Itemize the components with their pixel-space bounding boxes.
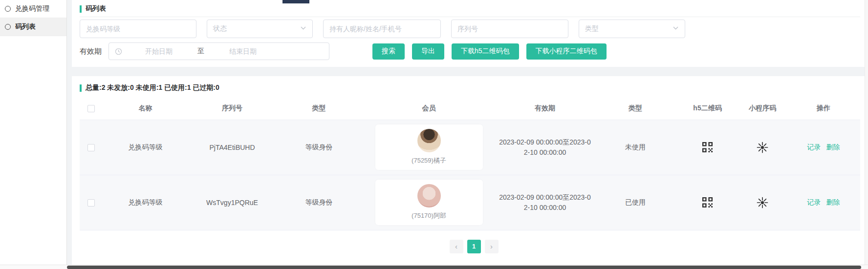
pagination: ‹ 1 › bbox=[80, 240, 868, 253]
cell-serial: PjTA4EtiBUHD bbox=[188, 120, 276, 175]
panel-title-row: 码列表 bbox=[80, 4, 860, 17]
title-accent-bar bbox=[80, 5, 82, 13]
sidebar-item-exchange-code-management[interactable]: 兑换码管理 bbox=[0, 0, 66, 18]
type-select[interactable]: 类型 bbox=[579, 20, 685, 38]
cell-serial: WsTvgy1PQRuE bbox=[188, 175, 276, 230]
delete-link[interactable]: 删除 bbox=[826, 143, 840, 151]
type-select-placeholder: 类型 bbox=[585, 24, 599, 33]
cell-type: 等级身份 bbox=[276, 175, 362, 230]
select-all-checkbox[interactable] bbox=[87, 105, 95, 112]
code-level-input[interactable] bbox=[86, 25, 190, 33]
avatar bbox=[417, 184, 441, 207]
table-panel: 总量:2 未发放:0 未使用:1 已使用:1 已过期:0 名称 序列号 类型 会… bbox=[72, 76, 868, 265]
circle-radio-icon bbox=[5, 24, 11, 30]
table-row: 兑换码等级 PjTA4EtiBUHD 等级身份 (75259)橘子 2023-0… bbox=[80, 120, 860, 175]
summary-row: 总量:2 未发放:0 未使用:1 已使用:1 已过期:0 bbox=[80, 83, 868, 92]
search-button[interactable]: 搜索 bbox=[372, 43, 405, 60]
member-card: (75170)阿部 bbox=[375, 180, 483, 225]
panel-gap bbox=[72, 67, 868, 76]
filter-panel: 码列表 状态 类型 bbox=[72, 0, 868, 67]
serial-input[interactable] bbox=[457, 25, 562, 33]
col-header-type: 类型 bbox=[276, 97, 362, 120]
code-level-field bbox=[80, 20, 196, 38]
col-header-member: 会员 bbox=[362, 97, 496, 120]
cell-status: 已使用 bbox=[594, 175, 677, 230]
status-select-placeholder: 状态 bbox=[213, 24, 227, 33]
holder-input[interactable] bbox=[329, 25, 434, 33]
date-range-separator: 至 bbox=[195, 47, 206, 56]
cell-name: 兑换码等级 bbox=[103, 175, 188, 230]
date-range-picker[interactable]: 至 bbox=[108, 42, 329, 60]
vertical-scrollbar-track[interactable] bbox=[865, 0, 868, 265]
col-header-status: 类型 bbox=[594, 97, 677, 120]
record-link[interactable]: 记录 bbox=[807, 143, 821, 151]
app-window: 兑换码管理 码列表 码列表 状态 bbox=[0, 0, 868, 265]
filter-row-2: 有效期 至 搜索 导出 下载h5二维码包 下载小程序二维码包 bbox=[80, 42, 860, 60]
filter-row-1: 状态 类型 bbox=[80, 20, 860, 38]
cell-validity: 2023-02-09 00:00:00至2023-02-10 00:00:00 bbox=[499, 192, 591, 213]
avatar bbox=[417, 129, 441, 152]
summary-accent-bar bbox=[80, 84, 82, 92]
qrcode-icon[interactable] bbox=[702, 198, 713, 206]
col-header-validity: 有效期 bbox=[496, 97, 594, 120]
member-card: (75259)橘子 bbox=[375, 124, 483, 170]
row-checkbox[interactable] bbox=[87, 199, 95, 207]
circle-radio-icon bbox=[5, 6, 11, 12]
download-h5-qrcode-button[interactable]: 下载h5二维码包 bbox=[452, 43, 519, 60]
start-date-input[interactable] bbox=[122, 47, 195, 55]
table-row: 兑换码等级 WsTvgy1PQRuE 等级身份 (75170)阿部 2023-0… bbox=[80, 175, 860, 230]
qrcode-icon[interactable] bbox=[702, 143, 713, 150]
pagination-prev-button[interactable]: ‹ bbox=[450, 240, 463, 253]
cell-status: 未使用 bbox=[594, 120, 677, 175]
pagination-page-1[interactable]: 1 bbox=[467, 240, 481, 253]
member-name: (75170)阿部 bbox=[375, 211, 483, 220]
sidebar-item-label: 码列表 bbox=[15, 22, 36, 31]
col-header-name: 名称 bbox=[103, 97, 188, 120]
cell-validity: 2023-02-09 00:00:00至2023-02-10 00:00:00 bbox=[499, 137, 591, 158]
serial-field bbox=[451, 20, 568, 38]
end-date-input[interactable] bbox=[206, 47, 280, 55]
status-select[interactable]: 状态 bbox=[207, 20, 313, 38]
col-header-actions: 操作 bbox=[787, 97, 860, 120]
top-dark-fragment bbox=[282, 0, 309, 3]
mini-program-circular-code-icon[interactable] bbox=[757, 143, 768, 150]
sidebar: 兑换码管理 码列表 bbox=[0, 0, 67, 265]
action-button-group: 搜索 导出 下载h5二维码包 下载小程序二维码包 bbox=[372, 43, 607, 60]
horizontal-scrollbar-track[interactable] bbox=[0, 265, 868, 269]
sidebar-item-label: 兑换码管理 bbox=[15, 4, 49, 13]
delete-link[interactable]: 删除 bbox=[826, 198, 840, 206]
cell-type: 等级身份 bbox=[276, 120, 362, 175]
col-header-miniprogram-code: 小程序码 bbox=[738, 97, 787, 120]
summary-stats: 总量:2 未发放:0 未使用:1 已使用:1 已过期:0 bbox=[86, 83, 219, 92]
chevron-down-icon bbox=[300, 25, 306, 33]
mini-program-circular-code-icon[interactable] bbox=[757, 198, 768, 206]
main-content: 码列表 状态 类型 bbox=[67, 0, 868, 265]
row-checkbox[interactable] bbox=[87, 144, 95, 151]
codes-table: 名称 序列号 类型 会员 有效期 类型 h5二维码 小程序码 操作 兑换码等级 bbox=[80, 97, 860, 230]
holder-field bbox=[323, 20, 441, 38]
sidebar-item-code-list[interactable]: 码列表 bbox=[0, 18, 66, 36]
horizontal-scrollbar-thumb[interactable] bbox=[67, 266, 861, 269]
clock-icon bbox=[115, 48, 122, 55]
export-button[interactable]: 导出 bbox=[412, 43, 444, 60]
col-header-h5-qrcode: h5二维码 bbox=[677, 97, 738, 120]
record-link[interactable]: 记录 bbox=[807, 198, 821, 206]
download-miniprogram-qrcode-button[interactable]: 下载小程序二维码包 bbox=[526, 43, 607, 60]
page-title: 码列表 bbox=[86, 4, 106, 13]
cell-name: 兑换码等级 bbox=[103, 120, 188, 175]
member-name: (75259)橘子 bbox=[375, 156, 483, 165]
chevron-down-icon bbox=[673, 25, 679, 33]
validity-label: 有效期 bbox=[80, 47, 102, 56]
table-header-row: 名称 序列号 类型 会员 有效期 类型 h5二维码 小程序码 操作 bbox=[80, 97, 860, 120]
pagination-next-button[interactable]: › bbox=[485, 240, 499, 253]
col-header-serial: 序列号 bbox=[188, 97, 276, 120]
